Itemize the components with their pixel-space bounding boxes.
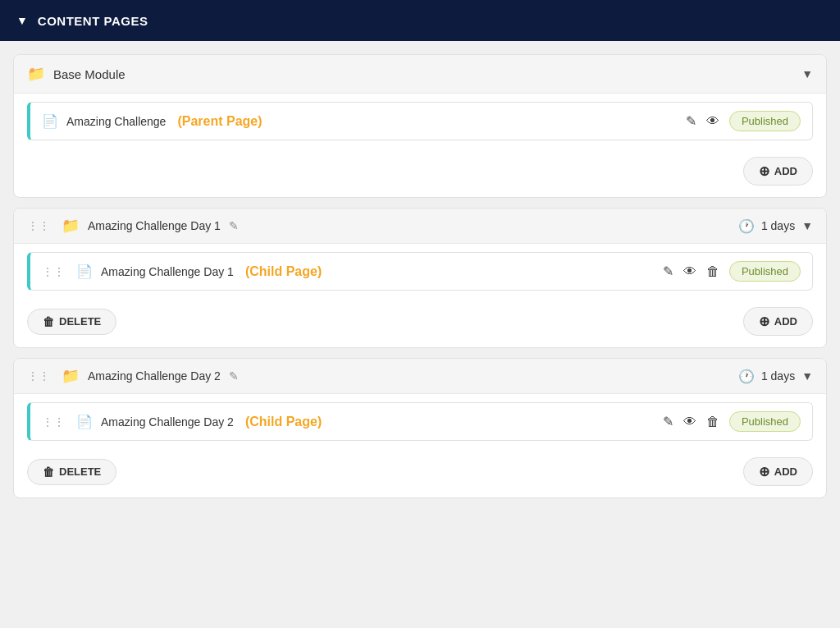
day2-clock-icon: 🕐: [738, 369, 755, 384]
day1-page-label: (Child Page): [245, 264, 322, 279]
parent-page-wrapper: 📄 Amazing Challenge (Parent Page) ✎ 👁 Pu…: [14, 94, 826, 149]
day1-page-title: Amazing Challenge Day 1: [101, 265, 234, 278]
day1-header: ⋮⋮ 📁 Amazing Challenge Day 1 ✎ 🕐 1 days …: [14, 209, 826, 244]
day2-add-label: ADD: [774, 465, 797, 478]
parent-page-item: 📄 Amazing Challenge (Parent Page) ✎ 👁 Pu…: [27, 102, 813, 140]
day2-edit-icon[interactable]: ✎: [229, 369, 239, 383]
day2-doc-icon: 📄: [76, 414, 93, 429]
day1-page-content: ⋮⋮ 📄 Amazing Challenge Day 1 (Child Page…: [42, 264, 663, 279]
day2-days-text: 1 days: [761, 369, 795, 383]
base-module-header-left: 📁 Base Module: [27, 65, 126, 83]
edit-pencil-icon[interactable]: ✎: [686, 113, 696, 129]
day2-title: Amazing Challenge Day 2: [88, 369, 221, 383]
base-module-footer: ⊕ ADD: [14, 149, 826, 197]
day2-add-button[interactable]: ⊕ ADD: [743, 457, 813, 486]
day1-edit-icon[interactable]: ✎: [229, 219, 239, 232]
header-chevron-icon[interactable]: ▼: [16, 14, 28, 27]
content-pages-header: ▼ CONTENT PAGES: [0, 0, 840, 41]
day1-page-item: ⋮⋮ 📄 Amazing Challenge Day 1 (Child Page…: [27, 252, 813, 291]
document-icon: 📄: [42, 113, 58, 129]
parent-page-content: 📄 Amazing Challenge (Parent Page): [42, 113, 686, 129]
day1-add-button[interactable]: ⊕ ADD: [743, 307, 813, 336]
parent-page-label: (Parent Page): [177, 114, 262, 129]
day1-header-left: ⋮⋮ 📁 Amazing Challenge Day 1 ✎: [27, 217, 239, 235]
day2-page-drag-handle[interactable]: ⋮⋮: [42, 415, 65, 429]
day2-preview-eye-icon[interactable]: 👁: [683, 415, 696, 429]
day1-footer: 🗑 DELETE ⊕ ADD: [14, 299, 826, 347]
day1-page-drag-handle[interactable]: ⋮⋮: [42, 265, 65, 278]
base-module-card: 📁 Base Module ▼ 📄 Amazing Challenge (Par…: [13, 54, 827, 198]
day2-page-actions: ✎ 👁 🗑 Published: [663, 411, 801, 432]
day2-header: ⋮⋮ 📁 Amazing Challenge Day 2 ✎ 🕐 1 days …: [14, 359, 826, 394]
day2-page-title: Amazing Challenge Day 2: [101, 415, 234, 429]
day2-footer: 🗑 DELETE ⊕ ADD: [14, 449, 826, 497]
day1-header-right: 🕐 1 days ▼: [738, 218, 813, 234]
day1-page-actions: ✎ 👁 🗑 Published: [663, 261, 801, 282]
day1-title: Amazing Challenge Day 1: [88, 219, 221, 232]
folder-icon: 📁: [27, 65, 45, 83]
day2-edit-pencil-icon[interactable]: ✎: [663, 414, 673, 429]
day2-delete-button[interactable]: 🗑 DELETE: [27, 459, 116, 485]
published-badge: Published: [729, 111, 801, 131]
day2-delete-label: DELETE: [59, 465, 101, 478]
base-module-title: Base Module: [53, 67, 126, 81]
day2-page-item: ⋮⋮ 📄 Amazing Challenge Day 2 (Child Page…: [27, 402, 813, 441]
day2-section: ⋮⋮ 📁 Amazing Challenge Day 2 ✎ 🕐 1 days …: [13, 358, 827, 498]
day1-page-wrapper: ⋮⋮ 📄 Amazing Challenge Day 1 (Child Page…: [14, 244, 826, 299]
base-module-header: 📁 Base Module ▼: [14, 55, 826, 94]
base-module-chevron-icon[interactable]: ▼: [801, 67, 813, 80]
content-area: 📁 Base Module ▼ 📄 Amazing Challenge (Par…: [0, 41, 840, 511]
day2-drag-handle[interactable]: ⋮⋮: [27, 369, 50, 383]
day1-section: ⋮⋮ 📁 Amazing Challenge Day 1 ✎ 🕐 1 days …: [13, 208, 827, 348]
day1-trash-icon[interactable]: 🗑: [706, 264, 719, 279]
day1-folder-icon: 📁: [62, 217, 80, 235]
plus-icon: ⊕: [759, 163, 769, 179]
day2-page-label: (Child Page): [245, 415, 322, 429]
add-button-label: ADD: [774, 165, 797, 177]
parent-page-actions: ✎ 👁 Published: [686, 111, 801, 131]
day2-plus-icon: ⊕: [759, 464, 769, 479]
day1-preview-eye-icon[interactable]: 👁: [683, 264, 696, 279]
preview-eye-icon[interactable]: 👁: [706, 114, 719, 129]
header-title: CONTENT PAGES: [38, 14, 148, 28]
day1-days-text: 1 days: [761, 219, 795, 232]
day2-folder-icon: 📁: [62, 367, 80, 385]
day1-chevron-icon[interactable]: ▼: [801, 219, 813, 232]
base-module-add-button[interactable]: ⊕ ADD: [743, 157, 813, 186]
day2-page-content: ⋮⋮ 📄 Amazing Challenge Day 2 (Child Page…: [42, 414, 663, 429]
parent-page-title: Amazing Challenge: [66, 115, 166, 128]
day2-chevron-icon[interactable]: ▼: [801, 369, 813, 383]
day2-trash-btn-icon: 🗑: [43, 465, 54, 479]
day1-delete-label: DELETE: [59, 315, 101, 328]
day1-published-badge: Published: [729, 261, 801, 282]
day2-header-left: ⋮⋮ 📁 Amazing Challenge Day 2 ✎: [27, 367, 239, 385]
day2-header-right: 🕐 1 days ▼: [738, 369, 813, 384]
day1-add-label: ADD: [774, 315, 797, 328]
page-wrapper: ▼ CONTENT PAGES 📁 Base Module ▼ 📄 Amazin…: [0, 0, 840, 628]
day2-published-badge: Published: [729, 411, 801, 432]
day2-page-wrapper: ⋮⋮ 📄 Amazing Challenge Day 2 (Child Page…: [14, 394, 826, 449]
day1-clock-icon: 🕐: [738, 218, 755, 234]
day1-plus-icon: ⊕: [759, 314, 769, 329]
day1-delete-button[interactable]: 🗑 DELETE: [27, 309, 116, 335]
day1-doc-icon: 📄: [76, 264, 93, 279]
day1-trash-btn-icon: 🗑: [43, 315, 54, 328]
day2-trash-icon[interactable]: 🗑: [706, 415, 719, 429]
day1-drag-handle[interactable]: ⋮⋮: [27, 219, 50, 232]
day1-edit-pencil-icon[interactable]: ✎: [663, 264, 673, 279]
